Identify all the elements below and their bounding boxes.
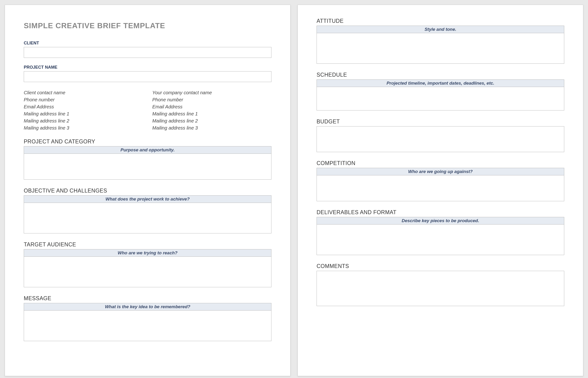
contact-line: Email Address	[24, 103, 143, 110]
contact-line: Your company contact name	[152, 89, 272, 96]
company-contact-column: Your company contact name Phone number E…	[152, 89, 272, 131]
contact-line: Phone number	[152, 96, 272, 103]
section-heading: BUDGET	[316, 119, 564, 125]
page-1: SIMPLE CREATIVE BRIEF TEMPLATE CLIENT PR…	[5, 5, 290, 376]
section-project-category: PROJECT AND CATEGORY Purpose and opportu…	[24, 138, 272, 181]
contact-line: Client contact name	[24, 89, 143, 96]
target-audience-input[interactable]	[24, 257, 272, 287]
section-heading: PROJECT AND CATEGORY	[24, 138, 272, 145]
section-heading: TARGET AUDIENCE	[24, 242, 272, 248]
section-budget: BUDGET	[316, 119, 564, 153]
section-hint: Purpose and opportunity.	[24, 146, 272, 154]
contact-line: Phone number	[24, 96, 143, 103]
section-heading: COMPETITION	[316, 160, 564, 166]
section-heading: DELIVERABLES AND FORMAT	[316, 209, 564, 216]
section-heading: COMMENTS	[316, 263, 564, 270]
contact-line: Email Address	[152, 103, 272, 110]
schedule-input[interactable]	[316, 87, 564, 110]
section-hint: Who are we going up against?	[316, 168, 564, 175]
section-attitude: ATTITUDE Style and tone.	[316, 18, 564, 65]
project-name-input[interactable]	[24, 71, 272, 82]
section-hint: Projected timeline, important dates, dea…	[316, 80, 564, 87]
contact-line: Mailing address line 1	[152, 110, 272, 117]
section-deliverables: DELIVERABLES AND FORMAT Describe key pie…	[316, 209, 564, 256]
project-category-input[interactable]	[24, 154, 272, 180]
budget-input[interactable]	[316, 126, 564, 152]
section-hint: Describe key pieces to be produced.	[316, 217, 564, 225]
section-hint: Style and tone.	[316, 26, 564, 33]
contact-line: Mailing address line 3	[24, 124, 143, 131]
message-input[interactable]	[24, 310, 272, 341]
section-target-audience: TARGET AUDIENCE Who are we trying to rea…	[24, 242, 272, 288]
project-name-label: PROJECT NAME	[24, 65, 272, 70]
section-hint: Who are we trying to reach?	[24, 249, 272, 257]
document-title: SIMPLE CREATIVE BRIEF TEMPLATE	[24, 21, 272, 30]
section-comments: COMMENTS	[316, 263, 564, 307]
page-2: ATTITUDE Style and tone. SCHEDULE Projec…	[298, 5, 583, 376]
section-hint: What is the key idea to be remembered?	[24, 303, 272, 310]
client-contact-column: Client contact name Phone number Email A…	[24, 89, 143, 131]
contacts-row: Client contact name Phone number Email A…	[24, 89, 272, 131]
section-heading: MESSAGE	[24, 295, 272, 302]
section-objective-challenges: OBJECTIVE AND CHALLENGES What does the p…	[24, 188, 272, 234]
client-label: CLIENT	[24, 41, 272, 46]
section-heading: OBJECTIVE AND CHALLENGES	[24, 188, 272, 194]
section-message: MESSAGE What is the key idea to be remem…	[24, 295, 272, 342]
section-competition: COMPETITION Who are we going up against?	[316, 160, 564, 202]
contact-line: Mailing address line 1	[24, 110, 143, 117]
section-hint: What does the project work to achieve?	[24, 195, 272, 203]
attitude-input[interactable]	[316, 33, 564, 64]
page-spread: SIMPLE CREATIVE BRIEF TEMPLATE CLIENT PR…	[5, 5, 583, 376]
competition-input[interactable]	[316, 175, 564, 201]
contact-line: Mailing address line 2	[152, 117, 272, 124]
section-heading: ATTITUDE	[316, 18, 564, 24]
objective-challenges-input[interactable]	[24, 203, 272, 233]
section-schedule: SCHEDULE Projected timeline, important d…	[316, 72, 564, 111]
client-input[interactable]	[24, 47, 272, 58]
contact-line: Mailing address line 3	[152, 124, 272, 131]
deliverables-input[interactable]	[316, 225, 564, 255]
comments-input[interactable]	[316, 271, 564, 306]
contact-line: Mailing address line 2	[24, 117, 143, 124]
section-heading: SCHEDULE	[316, 72, 564, 78]
